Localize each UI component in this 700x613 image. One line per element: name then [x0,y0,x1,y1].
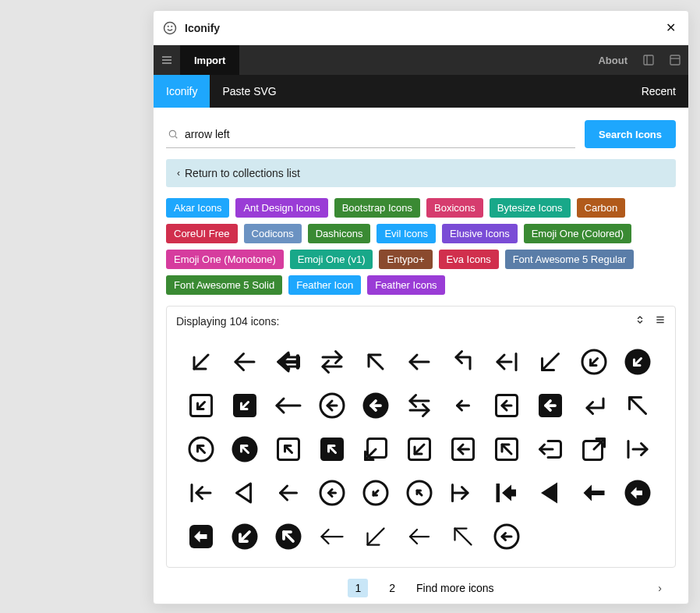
svg-point-10 [169,130,175,136]
icon-square-arrow-up-left[interactable] [270,431,306,467]
icon-arrow-left-right[interactable] [313,343,350,380]
collection-tag[interactable]: CoreUI Free [166,224,238,243]
icon-box-arrow-up-left[interactable] [575,431,612,467]
tab-iconify[interactable]: Iconify [154,75,210,108]
icon-arrow-down-return[interactable] [575,387,612,423]
icon-box-arrow-down-left[interactable] [357,431,394,467]
icon-arrow-up-left-thin[interactable] [444,518,481,555]
icon-circle-arrow-up-left-thin[interactable] [401,474,437,511]
icon-arrow-up-left-alt[interactable] [619,387,656,423]
return-to-collections[interactable]: ‹ Return to collections list [166,159,676,187]
icon-circle-arrow-left-fill[interactable] [357,387,394,423]
icon-square-arrow-left-fill[interactable] [532,387,568,423]
icon-circle-arrow-up-left-fill-alt[interactable] [270,518,306,555]
search-button[interactable]: Search Icons [585,120,676,148]
icon-arrow-bar-left[interactable] [182,474,219,511]
icon-circle-arrow-down-left-fill[interactable] [619,343,656,380]
find-more-link[interactable]: Find more icons [416,582,494,594]
icon-box-arrow-left[interactable] [532,431,568,467]
collection-tag[interactable]: Bytesize Icons [490,198,571,218]
svg-marker-80 [502,484,516,501]
modal-header: Iconify ✕ [154,11,688,45]
nav-about[interactable]: About [590,45,635,75]
icon-arrow-bar-right[interactable] [619,431,656,467]
collection-tag[interactable]: Emoji One (Monotone) [166,250,284,269]
icon-circle-arrow-left-fill-alt[interactable] [619,474,656,511]
icon-arrow-left-alt[interactable] [401,343,437,380]
svg-line-94 [454,528,471,544]
collection-tag[interactable]: Font Awesome 5 Regular [505,250,635,269]
icon-box-arrow-in-down-left[interactable] [401,431,437,467]
svg-line-45 [629,397,645,413]
icon-arrow-left-thin[interactable] [313,518,350,555]
icon-square-arrow-left[interactable] [488,387,525,423]
layout-icon[interactable] [662,45,688,75]
chevron-left-icon: ‹ [177,168,180,179]
collection-tag[interactable]: Feather Icons [367,275,445,295]
icon-circle-arrow-left-outline[interactable] [488,518,525,555]
svg-point-2 [171,26,172,27]
icon-circle-arrow-up-left[interactable] [182,431,219,467]
icon-triangle-left[interactable] [226,474,263,511]
collection-tag[interactable]: Dashicons [308,224,371,243]
nav-import[interactable]: Import [180,45,239,75]
tab-paste-svg[interactable]: Paste SVG [210,75,288,108]
page-2[interactable]: 2 [382,579,402,597]
svg-line-15 [194,355,208,369]
icon-arrow-bar-right-alt[interactable] [444,474,481,511]
icon-arrow-down-left[interactable] [182,343,219,380]
search-input[interactable] [185,128,574,140]
icon-box-arrow-in-left[interactable] [444,431,481,467]
icon-arrow-up-left[interactable] [357,343,394,380]
collection-tag[interactable]: Codicons [244,224,302,243]
collapse-icon[interactable] [635,314,645,328]
icon-circle-arrow-left[interactable] [313,387,350,423]
collection-tag[interactable]: Emoji One (v1) [290,250,373,269]
chevron-right-icon[interactable]: › [658,582,662,594]
menu-icon[interactable] [154,45,180,75]
icon-arrows-left-right[interactable] [401,387,437,423]
icon-square-arrow-up-left-fill[interactable] [313,431,350,467]
sub-navbar: Iconify Paste SVG Recent [154,75,688,108]
icon-circle-arrow-up-left-fill[interactable] [226,431,263,467]
list-view-icon[interactable] [655,314,666,328]
collection-tag[interactable]: Boxicons [426,198,483,218]
icon-square-arrow-down-left[interactable] [182,387,219,423]
icon-arrow-left-long[interactable] [270,387,306,423]
icon-box-arrow-in-up-left[interactable] [488,431,525,467]
panel-icon[interactable] [635,45,662,75]
icon-arrow-left-fill[interactable] [575,474,612,511]
collection-tag[interactable]: Entypo+ [379,250,432,269]
icon-circle-arrow-down-left-fill-alt[interactable] [226,518,263,555]
collection-tag[interactable]: Akar Icons [166,198,229,218]
icon-arrow-left[interactable] [226,343,263,380]
tab-recent[interactable]: Recent [629,75,688,108]
icon-arrow-left-thick[interactable] [270,343,306,380]
close-icon[interactable]: ✕ [663,17,679,38]
collection-tag[interactable]: Eva Icons [439,250,499,269]
icon-square-arrow-left-fill-alt[interactable] [182,518,219,555]
icon-arrow-left-med[interactable] [270,474,306,511]
icon-arrow-down-left-alt[interactable] [532,343,568,380]
collection-tag[interactable]: Font Awesome 5 Solid [166,275,282,295]
collection-tag[interactable]: Elusive Icons [442,224,518,243]
collection-tag[interactable]: Emoji One (Colored) [524,224,632,243]
icon-circle-arrow-down-left-thin[interactable] [357,474,394,511]
icon-arrow-left-thin-alt[interactable] [401,518,437,555]
page-1[interactable]: 1 [348,579,368,597]
collection-tag[interactable]: Carbon [577,198,626,218]
icon-circle-arrow-left-thin[interactable] [313,474,350,511]
collection-tag[interactable]: Ant Design Icons [235,198,327,218]
icon-triangle-left-fill[interactable] [532,474,568,511]
icon-arrow-turn-left[interactable] [444,343,481,380]
icon-arrow-left-bar[interactable] [488,343,525,380]
collection-tag[interactable]: Feather Icon [288,275,361,295]
collection-tag[interactable]: Bootstrap Icons [334,198,420,218]
icon-square-arrow-down-left-fill[interactable] [226,387,263,423]
icon-arrow-down-left-thin[interactable] [357,518,394,555]
icon-circle-arrow-down-left[interactable] [575,343,612,380]
collection-tag[interactable]: Evil Icons [377,224,436,243]
svg-line-57 [415,445,424,454]
icon-arrow-bar-left-fill[interactable] [488,474,525,511]
icon-arrow-left-small[interactable] [444,387,481,423]
